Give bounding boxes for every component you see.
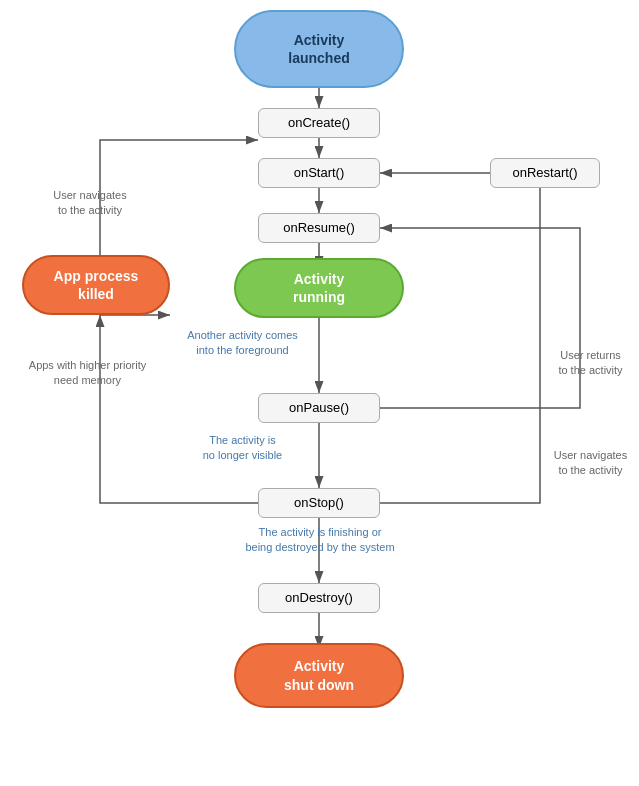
annotation-finishing-or-destroyed: The activity is finishing or being destr… [160,525,480,556]
annotation-user-returns: User returns to the activity [548,348,633,379]
on-start-label: onStart() [294,165,345,182]
on-pause-label: onPause() [289,400,349,417]
annotation-another-activity: Another activity comes into the foregrou… [170,328,315,359]
activity-lifecycle-diagram: Activity launched onCreate() onStart() o… [0,0,639,786]
app-process-killed-label: App process killed [54,267,139,303]
activity-shut-down-label: Activity shut down [284,657,354,693]
activity-launched-label: Activity launched [288,31,349,67]
node-on-start: onStart() [258,158,380,188]
node-on-destroy: onDestroy() [258,583,380,613]
on-restart-label: onRestart() [512,165,577,182]
node-activity-shut-down: Activity shut down [234,643,404,708]
annotation-user-navigates-top: User navigates to the activity [30,188,150,219]
activity-running-label: Activity running [293,270,345,306]
node-on-pause: onPause() [258,393,380,423]
node-app-process-killed: App process killed [22,255,170,315]
on-resume-label: onResume() [283,220,355,237]
on-destroy-label: onDestroy() [285,590,353,607]
node-on-create: onCreate() [258,108,380,138]
annotation-no-longer-visible: The activity is no longer visible [170,433,315,464]
annotation-user-navigates-right: User navigates to the activity [548,448,633,479]
node-on-restart: onRestart() [490,158,600,188]
node-activity-running: Activity running [234,258,404,318]
on-create-label: onCreate() [288,115,350,132]
node-activity-launched: Activity launched [234,10,404,88]
node-on-stop: onStop() [258,488,380,518]
annotation-apps-higher-priority: Apps with higher priority need memory [20,358,155,389]
on-stop-label: onStop() [294,495,344,512]
node-on-resume: onResume() [258,213,380,243]
